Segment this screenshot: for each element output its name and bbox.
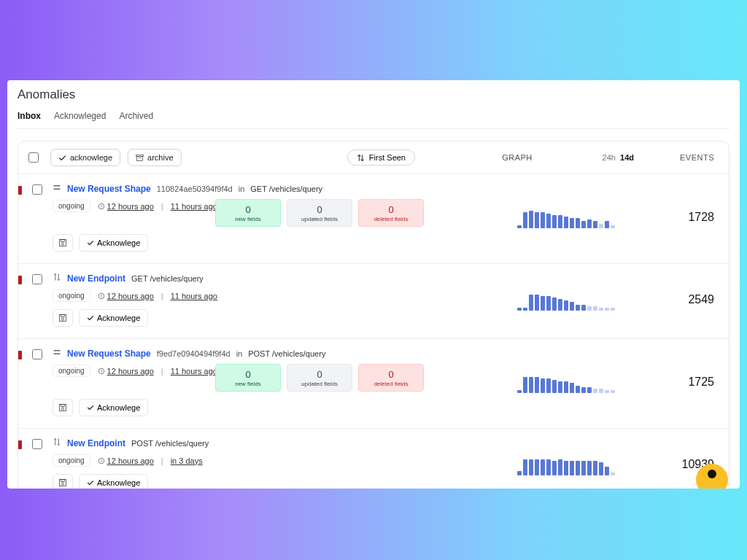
graph-bar	[611, 390, 615, 393]
anomaly-name-link[interactable]: New Endpoint	[67, 273, 125, 284]
row-top: New Endpoint POST /vehicles/query	[53, 438, 510, 448]
deleted-fields-card: 0deleted fields	[358, 199, 424, 227]
graph-bar	[587, 219, 592, 228]
graph-bar	[535, 295, 539, 311]
graph-bar	[541, 459, 545, 475]
row-sub: ongoing 12 hours ago | in 3 days	[53, 454, 510, 467]
new-fields-card: 0new fields	[215, 364, 281, 392]
anomaly-hash: 110824ae50394f9f4d	[157, 184, 233, 193]
save-button[interactable]	[53, 234, 73, 252]
graph-bar	[535, 212, 539, 228]
anomaly-type-icon	[53, 273, 61, 284]
tab-inbox[interactable]: Inbox	[18, 111, 41, 121]
graph-bar	[576, 218, 580, 228]
graph-bar	[593, 306, 597, 311]
anomaly-endpoint: GET /vehicles/query	[250, 184, 322, 193]
select-all-checkbox[interactable]	[28, 152, 39, 163]
graph-bar	[529, 295, 533, 311]
save-button[interactable]	[53, 309, 73, 327]
graph-bar	[581, 461, 586, 475]
fab-dot-icon	[708, 470, 716, 478]
row-acknowledge-button[interactable]: Acknowlege	[79, 399, 148, 416]
graph-bar	[552, 380, 557, 393]
severity-indicator	[18, 186, 22, 195]
list-header: acknowlege archive First Seen GRAPH 24h …	[18, 141, 729, 174]
row-sub: ongoing 12 hours ago | 11 hours ago	[53, 289, 510, 302]
svg-rect-9	[61, 315, 65, 317]
row-actions: Acknowlege	[53, 309, 510, 327]
row-checkbox[interactable]	[32, 439, 42, 449]
anomaly-name-link[interactable]: New Endpoint	[67, 438, 125, 448]
row-events: 2549	[663, 293, 714, 306]
row-graph	[517, 289, 619, 311]
row-checkbox[interactable]	[32, 184, 42, 195]
time-sep: |	[161, 456, 163, 465]
graph-bar	[570, 383, 574, 393]
graph-bar	[593, 389, 597, 393]
graph-bar	[529, 377, 533, 393]
graph-bar	[587, 387, 592, 393]
graph-bar	[599, 308, 603, 311]
anomaly-name-link[interactable]: New Request Shape	[67, 184, 151, 194]
status-pill: ongoing	[53, 289, 90, 302]
graph-bar	[564, 217, 568, 228]
row-main: New Request Shape f9ed7e0940494f9f4din P…	[53, 348, 510, 416]
graph-bar	[558, 381, 562, 393]
tabs: Inbox Acknowleged Archived	[18, 111, 729, 129]
time-last[interactable]: in 3 days	[171, 456, 203, 465]
row-acknowledge-button[interactable]: Acknowlege	[79, 474, 148, 489]
status-pill: ongoing	[53, 200, 90, 212]
save-button[interactable]	[53, 399, 73, 416]
sort-label: First Seen	[369, 153, 406, 162]
graph-bar	[570, 302, 574, 311]
acknowledge-button[interactable]: acknowlege	[50, 149, 120, 166]
row-acknowledge-button[interactable]: Acknowlege	[79, 234, 148, 252]
graph-bar	[517, 308, 522, 311]
anomaly-endpoint: POST /vehicles/query	[131, 439, 209, 448]
row-checkbox[interactable]	[32, 349, 42, 359]
sort-first-seen[interactable]: First Seen	[347, 149, 415, 166]
time-last[interactable]: 11 hours ago	[171, 367, 217, 376]
time-last[interactable]: 11 hours ago	[171, 202, 217, 211]
graph-bar	[529, 211, 533, 228]
graph-bar	[611, 308, 615, 311]
row-checkbox[interactable]	[32, 274, 42, 284]
tab-archived[interactable]: Archived	[119, 111, 153, 121]
graph-bar	[611, 472, 615, 475]
graph-bar	[576, 305, 580, 311]
anomaly-row: New Endpoint GET /vehicles/query ongoing…	[18, 263, 729, 338]
save-button[interactable]	[53, 474, 73, 489]
graph-bar	[517, 390, 522, 393]
anomaly-list: acknowlege archive First Seen GRAPH 24h …	[18, 141, 729, 489]
anomaly-name-link[interactable]: New Request Shape	[67, 349, 151, 359]
graph-bar	[599, 224, 603, 228]
time-first[interactable]: 12 hours ago	[98, 456, 154, 465]
time-range[interactable]: 24h 14d	[590, 153, 634, 162]
svg-point-14	[62, 408, 64, 410]
tab-acknowledged[interactable]: Acknowleged	[54, 111, 106, 121]
time-last[interactable]: 11 hours ago	[171, 292, 217, 300]
graph-bar	[581, 221, 586, 228]
anomaly-hash: f9ed7e0940494f9f4d	[157, 349, 231, 358]
time-first[interactable]: 12 hours ago	[98, 202, 154, 211]
anomaly-type-icon	[53, 183, 61, 194]
new-fields-card: 0new fields	[215, 199, 281, 227]
graph-bar	[564, 381, 568, 393]
time-first[interactable]: 12 hours ago	[98, 292, 154, 300]
archive-button[interactable]: archive	[128, 149, 181, 166]
anomaly-type-icon	[53, 348, 61, 359]
row-graph	[517, 454, 619, 475]
svg-point-6	[62, 243, 64, 245]
graph-bar	[611, 225, 615, 228]
graph-bar	[535, 459, 539, 475]
time-first[interactable]: 12 hours ago	[98, 367, 154, 376]
row-acknowledge-button[interactable]: Acknowlege	[79, 309, 148, 327]
anomaly-row: New Endpoint POST /vehicles/query ongoin…	[18, 428, 729, 489]
graph-bar	[581, 387, 586, 393]
graph-bar	[599, 389, 603, 393]
graph-bar	[599, 462, 603, 475]
graph-bar	[523, 459, 527, 475]
anomalies-panel: Anomalies Inbox Acknowleged Archived ack…	[7, 80, 740, 489]
graph-bar	[558, 299, 562, 311]
graph-bar	[552, 461, 557, 475]
